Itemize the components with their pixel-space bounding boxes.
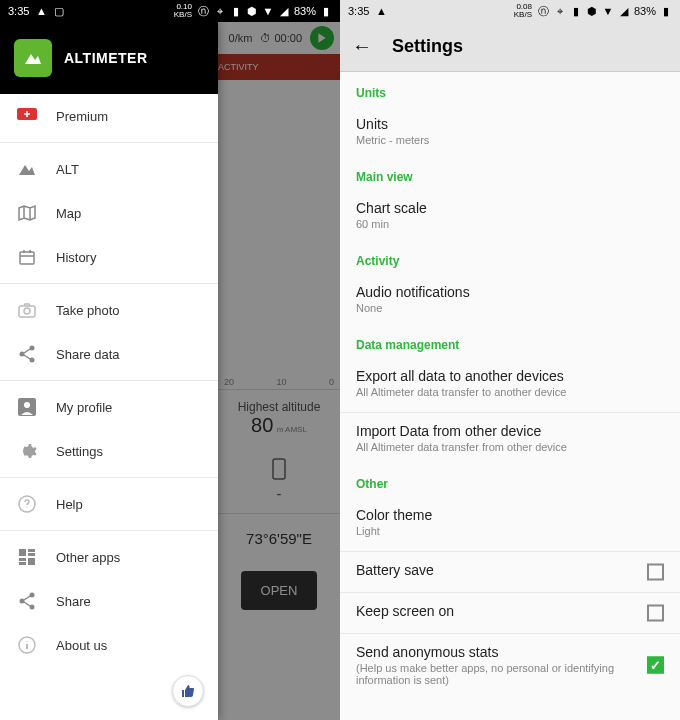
- data-rate: 0.08KB/S: [514, 3, 532, 19]
- image-icon: ▢: [53, 5, 65, 17]
- svg-rect-12: [28, 549, 35, 552]
- drawer-list: Premium ALT Map History Take photo: [0, 94, 218, 720]
- battery-pct: 83%: [634, 5, 656, 17]
- drawer-item-share-data[interactable]: Share data: [0, 332, 218, 376]
- thumbs-up-icon: [180, 683, 196, 699]
- settings-body[interactable]: Units Units Metric - meters Main view Ch…: [340, 72, 680, 720]
- section-activity: Activity: [340, 240, 680, 274]
- status-bar: 3:35 ▲ 0.08KB/S ⓝ ⌖ ▮ ⬢ ▼ ◢ 83% ▮: [340, 0, 680, 22]
- camera-icon: [16, 299, 38, 321]
- svg-rect-16: [28, 558, 35, 565]
- drawer-item-label: Help: [56, 497, 83, 512]
- section-units: Units: [340, 72, 680, 106]
- nfc-icon: ⓝ: [198, 5, 210, 17]
- checkbox-screen[interactable]: [647, 605, 664, 622]
- drawer-item-map[interactable]: Map: [0, 191, 218, 235]
- svg-point-6: [20, 352, 25, 357]
- svg-point-18: [20, 599, 25, 604]
- drawer-item-label: Share: [56, 594, 91, 609]
- nfc-icon: ⓝ: [538, 5, 550, 17]
- drawer-item-settings[interactable]: Settings: [0, 429, 218, 473]
- gear-icon: [16, 440, 38, 462]
- back-button[interactable]: ←: [352, 35, 372, 58]
- setting-color-theme[interactable]: Color theme Light: [340, 497, 680, 552]
- app-name: ALTIMETER: [64, 50, 148, 66]
- svg-point-5: [30, 346, 35, 351]
- location-icon: ⌖: [214, 5, 226, 17]
- drawer-item-alt[interactable]: ALT: [0, 147, 218, 191]
- drawer-item-label: Settings: [56, 444, 103, 459]
- share-icon: [16, 343, 38, 365]
- drawer-item-history[interactable]: History: [0, 235, 218, 279]
- drawer-item-label: Map: [56, 206, 81, 221]
- signal-icon: ◢: [618, 5, 630, 17]
- battery-icon: ▮: [660, 5, 672, 17]
- wifi-icon: ▼: [262, 5, 274, 17]
- status-bar: 3:35 ▲ ▢ 0.10KB/S ⓝ ⌖ ▮ ⬢ ▼ ◢ 83% ▮: [0, 0, 340, 22]
- drawer-item-other-apps[interactable]: Other apps: [0, 535, 218, 579]
- svg-rect-14: [19, 558, 26, 561]
- drawer-item-label: My profile: [56, 400, 112, 415]
- status-time: 3:35: [8, 5, 29, 17]
- drawer-item-help[interactable]: Help: [0, 482, 218, 526]
- info-icon: [16, 634, 38, 656]
- vibrate-icon: ▮: [230, 5, 242, 17]
- apps-icon: [16, 546, 38, 568]
- drawer-item-share[interactable]: Share: [0, 579, 218, 623]
- phone-drawer: 3:35 ▲ ▢ 0.10KB/S ⓝ ⌖ ▮ ⬢ ▼ ◢ 83% ▮ 0/km…: [0, 0, 340, 720]
- phone-settings: 3:35 ▲ 0.08KB/S ⓝ ⌖ ▮ ⬢ ▼ ◢ 83% ▮ ← Sett…: [340, 0, 680, 720]
- svg-point-17: [30, 593, 35, 598]
- mountain-icon: ▲: [35, 5, 47, 17]
- drawer-item-about[interactable]: About us: [0, 623, 218, 667]
- wifi-icon: ▼: [602, 5, 614, 17]
- svg-rect-13: [28, 553, 35, 556]
- premium-icon: [16, 105, 38, 127]
- map-icon: [16, 202, 38, 224]
- battery-pct: 83%: [294, 5, 316, 17]
- status-time: 3:35: [348, 5, 369, 17]
- bug-icon: ⬢: [246, 5, 258, 17]
- page-title: Settings: [392, 36, 463, 57]
- section-mainview: Main view: [340, 156, 680, 190]
- svg-rect-15: [19, 562, 26, 565]
- divider: [0, 142, 218, 143]
- setting-export[interactable]: Export all data to another devices All A…: [340, 358, 680, 413]
- drawer-item-photo[interactable]: Take photo: [0, 288, 218, 332]
- svg-point-9: [24, 402, 30, 408]
- drawer-item-label: History: [56, 250, 96, 265]
- drawer-item-profile[interactable]: My profile: [0, 385, 218, 429]
- drawer-item-label: Other apps: [56, 550, 120, 565]
- battery-icon: ▮: [320, 5, 332, 17]
- history-icon: [16, 246, 38, 268]
- svg-point-19: [30, 605, 35, 610]
- bug-icon: ⬢: [586, 5, 598, 17]
- profile-icon: [16, 396, 38, 418]
- section-data: Data management: [340, 324, 680, 358]
- altitude-icon: [16, 158, 38, 180]
- svg-rect-11: [19, 549, 26, 556]
- setting-import[interactable]: Import Data from other device All Altime…: [340, 413, 680, 463]
- app-logo-icon: [14, 39, 52, 77]
- drawer-item-label: ALT: [56, 162, 79, 177]
- setting-anon-stats[interactable]: Send anonymous stats (Help us make bette…: [340, 634, 680, 696]
- setting-units[interactable]: Units Metric - meters: [340, 106, 680, 156]
- location-icon: ⌖: [554, 5, 566, 17]
- divider: [0, 477, 218, 478]
- drawer-item-label: Premium: [56, 109, 108, 124]
- setting-battery-save[interactable]: Battery save: [340, 552, 680, 593]
- setting-audio[interactable]: Audio notifications None: [340, 274, 680, 324]
- divider: [0, 530, 218, 531]
- checkbox-stats[interactable]: [647, 657, 664, 674]
- setting-chart-scale[interactable]: Chart scale 60 min: [340, 190, 680, 240]
- like-row: [0, 667, 218, 715]
- setting-keep-screen-on[interactable]: Keep screen on: [340, 593, 680, 634]
- like-button[interactable]: [172, 675, 204, 707]
- divider: [0, 380, 218, 381]
- section-other: Other: [340, 463, 680, 497]
- checkbox-battery[interactable]: [647, 564, 664, 581]
- svg-point-7: [30, 358, 35, 363]
- drawer-item-premium[interactable]: Premium: [0, 94, 218, 138]
- drawer-item-label: Share data: [56, 347, 120, 362]
- mountain-icon: ▲: [375, 5, 387, 17]
- signal-icon: ◢: [278, 5, 290, 17]
